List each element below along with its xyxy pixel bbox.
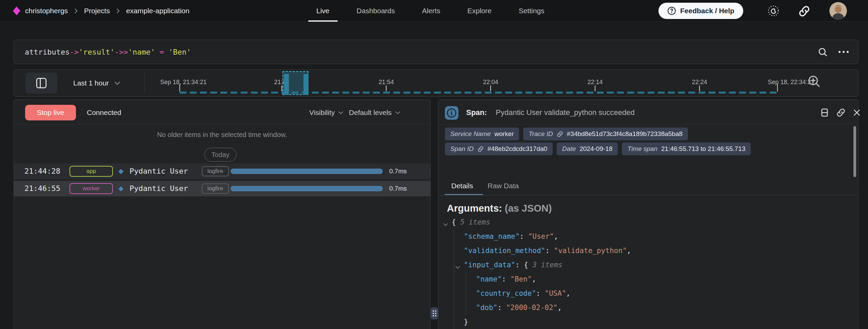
visibility-dropdown[interactable]: Visibility [309,105,344,120]
json-indent-guide [454,229,454,329]
timeline-tick-label: 22:04 [477,79,504,86]
json-segment: : [497,304,506,312]
span-tag-span-id[interactable]: Span ID#48eb2cdcdc317da0 [445,142,553,155]
query-token: ->> [115,48,128,56]
time-range-dropdown[interactable]: Last 1 hour [73,70,121,96]
log-row[interactable]: 21:46:55worker◆Pydantic Userlogfire0.7ms [14,181,430,196]
query-input[interactable]: attributes->'result'->>'name' = 'Ben' [25,40,191,64]
log-row[interactable]: 21:44:28app◆Pydantic Userlogfire0.7ms [14,163,430,179]
timeline-activity-strip [180,92,777,94]
more-options-icon[interactable] [839,51,849,53]
sidebar-panel-icon [35,77,47,89]
tab-details[interactable]: Details [451,180,473,192]
divider [438,124,858,124]
json-segment: , [557,304,562,312]
span-tag-trace-id[interactable]: Trace ID#34bd8e51d73c3f4c8a189b72338a5ba… [523,128,688,140]
tab-live[interactable]: Live [316,0,330,22]
today-pill[interactable]: Today [204,148,237,162]
copy-link-icon[interactable] [836,108,846,117]
timeline-activity-bar [284,74,289,95]
service-name-pill: worker [70,183,113,194]
tab-raw-data[interactable]: Raw Data [488,180,519,192]
info-icon [447,108,457,118]
split-panel-icon[interactable] [820,108,829,117]
timeline-end-mark [777,84,778,92]
tab-settings[interactable]: Settings [519,0,545,22]
json-segment: , [554,232,558,240]
duration-label: 0.7ms [389,181,407,196]
json-segment: "Ben" [510,275,532,283]
empty-window-message: No older items in the selected time wind… [14,131,430,139]
user-avatar[interactable] [829,2,847,20]
share-link-icon[interactable] [798,5,810,17]
collapse-caret-icon[interactable] [443,220,448,225]
json-segment: "validate_python" [554,247,627,255]
feedback-help-button[interactable]: Feedback / Help [658,3,743,19]
breadcrumb-project-name[interactable]: example-application [126,7,190,15]
theme-toggle-icon[interactable] [767,4,780,17]
tag-value: #34bd8e51d73c3f4c8a189b72338a5ba8 [567,130,683,138]
collapse-caret-icon[interactable] [455,263,460,268]
search-icon[interactable] [817,47,828,57]
span-panel-actions [820,105,861,120]
json-segment: : [519,232,528,240]
timeline-tick-label: 21:44 [268,79,295,86]
timeline-tick-label: 22:24 [686,79,713,86]
top-navigation-bar: christophergs Projects example-applicati… [0,0,868,22]
json-segment: : { [515,261,533,269]
breadcrumb: christophergs Projects example-applicati… [13,0,190,22]
span-kind-label: Span: [466,105,487,120]
stop-live-button[interactable]: Stop live [25,105,76,120]
zoom-in-icon[interactable] [807,74,821,88]
default-levels-dropdown[interactable]: Default levels [349,105,401,120]
query-bar[interactable]: attributes->'result'->>'name' = 'Ben' [14,40,859,64]
json-line: "schema_name": "User", [464,231,558,241]
breadcrumb-org[interactable]: christophergs [25,7,68,15]
breadcrumb-projects[interactable]: Projects [84,7,110,15]
json-line: "dob": "2000-02-02", [476,303,562,313]
span-tag-date[interactable]: Date2024-09-18 [557,142,618,155]
link-icon [557,131,563,137]
link-icon [477,146,484,152]
tag-value: 2024-09-18 [579,145,612,153]
span-diamond-icon: ◆ [118,181,123,196]
tab-alerts[interactable]: Alerts [422,0,440,22]
scope-pill: logfire [202,166,229,176]
timeline-tick-mark [595,85,595,91]
chevron-down-icon [394,109,401,116]
scrollbar-thumb[interactable] [853,126,856,177]
timeline-tick-mark [490,85,491,91]
json-indent-guide [466,272,466,315]
nav-tabs: LiveDashboardsAlertsExploreSettings [316,0,545,22]
scope-pill: logfire [202,183,229,194]
tab-explore[interactable]: Explore [467,0,491,22]
arguments-heading-suffix: (as JSON) [505,203,552,214]
span-title: Pydantic User validate_python succeeded [496,105,635,120]
connection-status: Connected [87,105,121,120]
tag-label: Span ID [450,145,474,153]
time-range-bar: Last 1 hour Sep 18, 21:34:21 Sep 18, 22:… [14,70,859,97]
chevron-right-icon [73,7,79,14]
span-tag-service-name[interactable]: Service Nameworker [445,128,519,140]
query-token: 'Ben' [169,48,191,56]
chevron-down-icon [337,109,344,116]
tab-dashboards[interactable]: Dashboards [357,0,395,22]
sidebar-toggle-button[interactable] [25,73,57,94]
query-bar-actions [817,40,849,64]
timeline-tick-label: 22:14 [581,79,609,86]
timeline-start-label: Sep 18, 21:34:21 [155,79,212,86]
json-segment: : [536,289,545,297]
question-circle-icon [667,6,676,15]
json-segment: "dob" [476,304,497,312]
divider [144,73,145,94]
panel-resize-handle[interactable] [430,307,438,320]
avatar-image [829,2,847,20]
timeline-tick-mark [386,85,387,91]
tag-label: Time span [627,145,657,153]
span-tag-time-span[interactable]: Time span21:46:55.713 to 21:46:55.713 [622,142,751,155]
service-name-pill: app [70,166,113,177]
query-token: -> [70,48,79,56]
log-timestamp: 21:44:28 [24,163,60,179]
close-icon[interactable] [852,108,861,117]
json-segment: , [627,247,631,255]
